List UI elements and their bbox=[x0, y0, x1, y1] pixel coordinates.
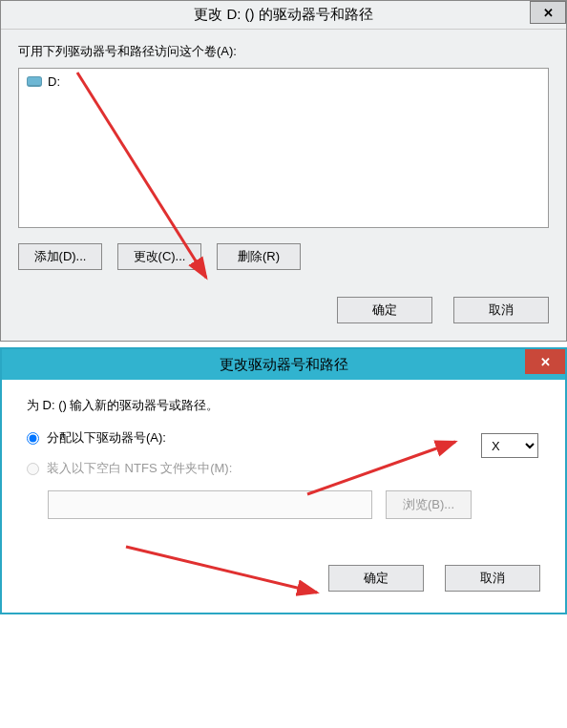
assign-letter-radio-row[interactable]: 分配以下驱动器号(A): bbox=[27, 429, 540, 447]
close-button[interactable]: ✕ bbox=[530, 1, 566, 24]
dialog-body: 为 D: () 输入新的驱动器号或路径。 分配以下驱动器号(A): X 装入以下… bbox=[2, 380, 565, 613]
mount-folder-label: 装入以下空白 NTFS 文件夹中(M): bbox=[47, 460, 232, 477]
mount-path-row: 浏览(B)... bbox=[27, 490, 540, 519]
dialog-title: 更改驱动器号和路径 bbox=[220, 356, 348, 374]
close-icon: ✕ bbox=[540, 355, 551, 369]
drive-listbox[interactable]: D: bbox=[18, 68, 549, 228]
cancel-button[interactable]: 取消 bbox=[453, 297, 549, 323]
mount-path-input bbox=[48, 490, 372, 519]
assign-letter-label: 分配以下驱动器号(A): bbox=[47, 429, 166, 447]
dialog-title: 更改 D: () 的驱动器号和路径 bbox=[194, 6, 373, 24]
mount-folder-radio-row[interactable]: 装入以下空白 NTFS 文件夹中(M): bbox=[27, 460, 540, 477]
browse-button: 浏览(B)... bbox=[386, 490, 472, 519]
cancel-button[interactable]: 取消 bbox=[445, 565, 540, 592]
close-button[interactable]: ✕ bbox=[525, 349, 565, 374]
mount-folder-radio[interactable] bbox=[27, 463, 39, 475]
action-button-row: 添加(D)... 更改(C)... 删除(R) bbox=[18, 243, 549, 270]
dialog-titlebar: 更改驱动器号和路径 ✕ bbox=[2, 349, 565, 380]
ok-button[interactable]: 确定 bbox=[337, 297, 432, 323]
drive-icon bbox=[27, 76, 42, 87]
close-icon: ✕ bbox=[543, 6, 554, 20]
change-button[interactable]: 更改(C)... bbox=[117, 243, 201, 270]
list-item[interactable]: D: bbox=[27, 74, 540, 89]
drive-label: D: bbox=[48, 74, 60, 89]
instruction-text: 为 D: () 输入新的驱动器号或路径。 bbox=[27, 397, 540, 414]
ok-cancel-row: 确定 取消 bbox=[27, 565, 540, 592]
add-button[interactable]: 添加(D)... bbox=[18, 243, 102, 270]
assign-letter-radio[interactable] bbox=[27, 432, 39, 445]
instruction-text: 可用下列驱动器号和路径访问这个卷(A): bbox=[18, 43, 549, 60]
assign-drive-letter-dialog: 更改驱动器号和路径 ✕ 为 D: () 输入新的驱动器号或路径。 分配以下驱动器… bbox=[0, 347, 567, 614]
remove-button[interactable]: 删除(R) bbox=[217, 243, 301, 270]
ok-cancel-row: 确定 取消 bbox=[18, 297, 549, 323]
dialog-titlebar: 更改 D: () 的驱动器号和路径 ✕ bbox=[1, 1, 566, 30]
change-drive-letter-dialog: 更改 D: () 的驱动器号和路径 ✕ 可用下列驱动器号和路径访问这个卷(A):… bbox=[0, 0, 567, 342]
drive-letter-select[interactable]: X bbox=[481, 433, 538, 458]
dialog-body: 可用下列驱动器号和路径访问这个卷(A): D: 添加(D)... 更改(C)..… bbox=[1, 30, 566, 341]
ok-button[interactable]: 确定 bbox=[328, 565, 424, 592]
